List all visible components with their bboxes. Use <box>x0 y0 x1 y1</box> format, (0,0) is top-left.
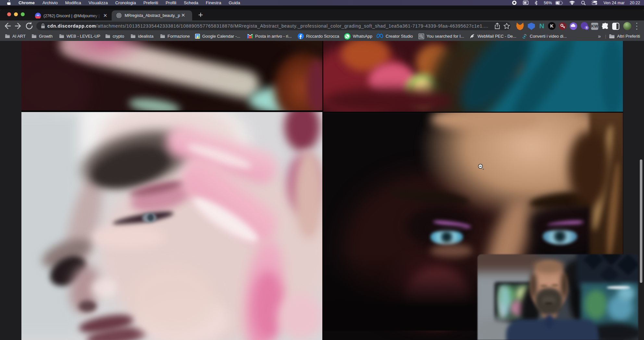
svg-text:31: 31 <box>196 35 199 37</box>
